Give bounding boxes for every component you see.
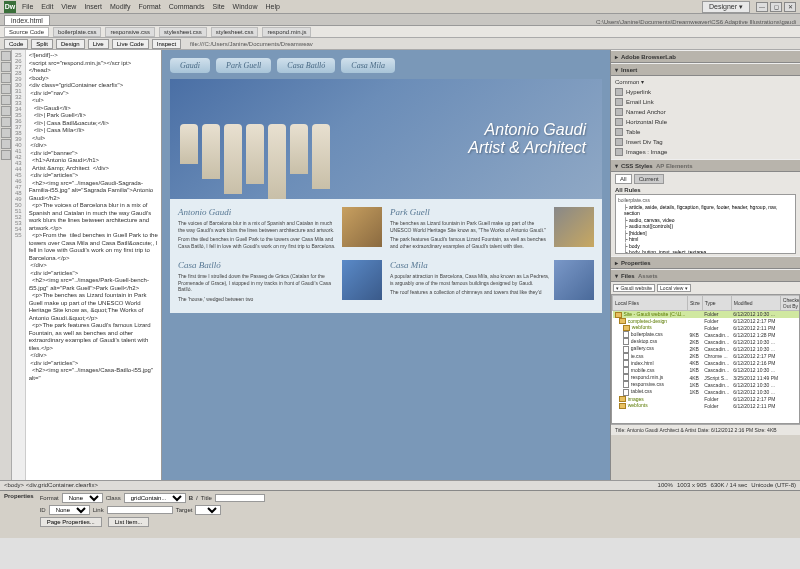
insert-item[interactable]: Named Anchor (615, 107, 796, 117)
menu-view[interactable]: View (61, 3, 76, 10)
file-row[interactable]: Site - Gaudi website (C:\U...Folder6/12/… (613, 311, 801, 318)
related-boilerplate[interactable]: boilerplate.css (53, 27, 101, 37)
tool-icon[interactable] (1, 117, 11, 127)
panel-browserlab[interactable]: Adobe BrowserLab (611, 50, 800, 63)
menu-help[interactable]: Help (265, 3, 279, 10)
menu-window[interactable]: Window (233, 3, 258, 10)
file-row[interactable]: ie.css2KBChrome ...6/12/2012 2:17 PM (613, 353, 801, 360)
panel-files: ▾ Gaudi website Local view ▾ Local Files… (611, 282, 800, 435)
files-status: Title: Antonio Gaudi Architect & Artist … (611, 424, 800, 435)
view-live[interactable]: Live (88, 39, 109, 49)
format-select[interactable]: None (62, 493, 103, 503)
panel-files-header[interactable]: Files Assets (611, 269, 800, 282)
tool-icon[interactable] (1, 128, 11, 138)
address-field[interactable]: file:///C:/Users/Janine/Documents/Dreamw… (190, 41, 313, 47)
design-view[interactable]: Gaudi Park Guell Casa Batlló Casa Mila A… (162, 50, 610, 480)
file-row[interactable]: webfontsFolder6/12/2012 2:11 PM (613, 402, 801, 409)
menu-commands[interactable]: Commands (169, 3, 205, 10)
menu-insert[interactable]: Insert (84, 3, 102, 10)
view-code[interactable]: Code (4, 39, 28, 49)
related-stylesheet2[interactable]: stylesheet.css (211, 27, 259, 37)
window-size[interactable]: 1003 x 905 (677, 482, 707, 489)
file-row[interactable]: desktop.css2KBCascadin...6/12/2012 10:30… (613, 338, 801, 345)
menu-modify[interactable]: Modify (110, 3, 131, 10)
link-input[interactable] (107, 506, 173, 514)
insert-item[interactable]: Email Link (615, 97, 796, 107)
menu-format[interactable]: Format (139, 3, 161, 10)
view-split[interactable]: Split (31, 39, 53, 49)
tool-icon[interactable] (1, 139, 11, 149)
tool-icon[interactable] (1, 84, 11, 94)
id-select[interactable]: None (49, 505, 90, 515)
italic-button[interactable]: I (196, 495, 198, 501)
insert-item[interactable]: Table (615, 127, 796, 137)
insert-category[interactable]: Common (615, 79, 639, 85)
related-responsive[interactable]: responsive.css (105, 27, 155, 37)
file-row[interactable]: imagesFolder6/12/2012 2:17 PM (613, 396, 801, 403)
title-input[interactable] (215, 494, 265, 502)
tag-selector[interactable]: <body> <div.gridContainer.clearfix> 100%… (0, 480, 800, 490)
view-livecode[interactable]: Live Code (112, 39, 149, 49)
insert-item[interactable]: Images : Image (615, 147, 796, 157)
document-path: C:\Users\Janine\Documents\Dreamweaver\CS… (596, 19, 796, 25)
nav-park[interactable]: Park Guell (216, 58, 271, 73)
insert-icon (615, 98, 623, 106)
nav-batllo[interactable]: Casa Batlló (277, 58, 335, 73)
doc-tab-index[interactable]: index.html (4, 15, 50, 25)
class-select[interactable]: gridContain... (124, 493, 186, 503)
bold-button[interactable]: B (189, 495, 193, 501)
insert-icon (615, 148, 623, 156)
tool-icon[interactable] (1, 150, 11, 160)
article-title: Casa Batlló (178, 260, 338, 270)
related-source[interactable]: Source Code (4, 27, 49, 37)
target-select[interactable] (195, 505, 221, 515)
panel-properties-header[interactable]: Properties (611, 256, 800, 269)
related-stylesheet1[interactable]: stylesheet.css (159, 27, 207, 37)
workspace-switcher[interactable]: Designer ▾ (702, 1, 750, 13)
file-row[interactable]: responsive.css1KBCascadin...6/12/2012 10… (613, 381, 801, 388)
file-row[interactable]: index.html4KBCascadin...6/12/2012 2:16 P… (613, 360, 801, 367)
view-dropdown[interactable]: Local view ▾ (657, 284, 691, 292)
view-inspect[interactable]: Inspect (152, 39, 181, 49)
zoom-level[interactable]: 100% (658, 482, 673, 489)
view-design[interactable]: Design (56, 39, 85, 49)
file-row[interactable]: mobile.css1KBCascadin...6/12/2012 10:30 … (613, 367, 801, 374)
tool-icon[interactable] (1, 73, 11, 83)
file-row[interactable]: boilerplate.css9KBCascadin...6/12/2012 1… (613, 331, 801, 338)
panel-css-header[interactable]: CSS Styles AP Elements (611, 159, 800, 172)
related-respond[interactable]: respond.min.js (262, 27, 311, 37)
tool-icon[interactable] (1, 106, 11, 116)
insert-item[interactable]: Horizontal Rule (615, 117, 796, 127)
file-row[interactable]: gallery.css2KBCascadin...6/12/2012 10:30… (613, 345, 801, 352)
css-rules-list[interactable]: boilerplate.css├ article, aside, details… (615, 194, 796, 254)
css-mode-all[interactable]: All (615, 174, 632, 184)
tool-icon[interactable] (1, 51, 11, 61)
page-properties-button[interactable]: Page Properties... (40, 517, 102, 527)
insert-item[interactable]: Hyperlink (615, 87, 796, 97)
code-view[interactable]: 2526272829303132333435363738394041424344… (12, 50, 162, 480)
list-item-button[interactable]: List Item... (108, 517, 150, 527)
nav-mila[interactable]: Casa Mila (341, 58, 395, 73)
nav-gaudi[interactable]: Gaudi (170, 58, 210, 73)
minimize-button[interactable]: — (756, 2, 768, 12)
file-row[interactable]: respond.min.js4KBJScript S...3/25/2012 1… (613, 374, 801, 381)
close-button[interactable]: ✕ (784, 2, 796, 12)
files-table[interactable]: Local FilesSizeTypeModifiedChecked Out B… (611, 294, 800, 424)
code-content[interactable]: <![endif]--> <script src="respond.min.js… (26, 50, 161, 480)
menu-site[interactable]: Site (213, 3, 225, 10)
file-row[interactable]: completed-designFolder6/12/2012 2:17 PM (613, 318, 801, 325)
file-row[interactable]: tablet.css1KBCascadin...6/12/2012 10:30 … (613, 388, 801, 395)
article-batllo: Casa BatllóThe first time I strolled dow… (178, 260, 382, 305)
thumb-park (554, 207, 594, 247)
tool-icon[interactable] (1, 62, 11, 72)
maximize-button[interactable]: ◻ (770, 2, 782, 12)
file-row[interactable]: webfontsFolder6/12/2012 2:11 PM (613, 324, 801, 331)
menu-file[interactable]: File (22, 3, 33, 10)
site-dropdown[interactable]: ▾ Gaudi website (613, 284, 655, 292)
panel-insert-header[interactable]: Insert (611, 63, 800, 76)
tool-icon[interactable] (1, 95, 11, 105)
encoding[interactable]: Unicode (UTF-8) (751, 482, 796, 489)
css-mode-current[interactable]: Current (634, 174, 664, 184)
menu-edit[interactable]: Edit (41, 3, 53, 10)
insert-item[interactable]: Insert Div Tag (615, 137, 796, 147)
